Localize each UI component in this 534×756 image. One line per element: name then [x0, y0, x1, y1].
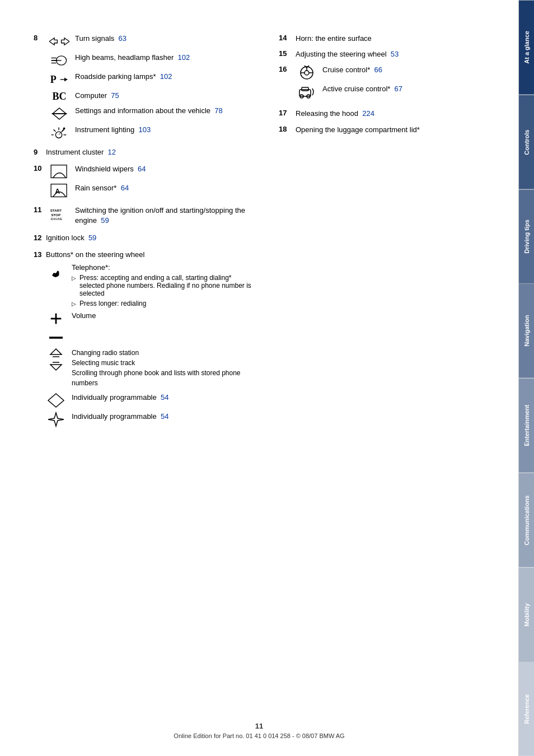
left-column: 8 Turn signals 63 — [34, 34, 256, 434]
item-18-text: Opening the luggage compartment lid* — [296, 125, 502, 135]
turn-signals-link[interactable]: 63 — [119, 34, 127, 43]
svg-text:P: P — [50, 74, 57, 85]
item-11-link[interactable]: 59 — [101, 216, 109, 225]
sidebar-item-navigation[interactable]: Navigation — [519, 283, 534, 378]
spacer-8f — [34, 125, 44, 133]
sidebar-item-communications[interactable]: Communications — [519, 473, 534, 567]
item-15-text: Adjusting the steering wheel 53 — [296, 49, 502, 59]
settings-text: Settings and information about the vehic… — [75, 106, 256, 116]
programmable-2-text: Individually programmable 54 — [72, 412, 256, 422]
spacer-8b — [34, 53, 44, 61]
sidebar-item-reference[interactable]: Reference — [519, 661, 534, 756]
item-8-group: 8 Turn signals 63 — [34, 34, 256, 141]
item-14-text: Horn: the entire surface — [296, 34, 502, 44]
svg-marker-0 — [49, 38, 57, 45]
item-13-header: 13 Buttons* on the steering wheel — [34, 250, 256, 260]
item-num-13: 13 — [34, 250, 44, 259]
wipers-icon — [48, 164, 71, 180]
sidebar-item-entertainment[interactable]: Entertainment — [519, 378, 534, 473]
item-num-9: 9 — [34, 148, 44, 156]
item-13-volume-plus: Volume — [45, 311, 256, 326]
page-footer: 11 Online Edition for Part no. 01 41 0 0… — [0, 722, 518, 739]
svg-marker-34 — [48, 413, 64, 426]
right-column: 14 Horn: the entire surface 15 Adjusting… — [279, 34, 502, 434]
item-12-link[interactable]: 59 — [88, 234, 96, 242]
lighting-icon — [48, 125, 71, 141]
item-num-18: 18 — [279, 125, 291, 133]
settings-link[interactable]: 78 — [214, 106, 222, 115]
item-9-group: 9 Instrument cluster 12 — [34, 147, 256, 157]
parking-link[interactable]: 102 — [160, 72, 172, 81]
parking-icon: P — [48, 72, 71, 87]
item-16: 16 — [279, 65, 502, 103]
star-icon — [45, 412, 67, 427]
cruise-text: Cruise control* 66 — [322, 65, 502, 75]
item-9-row: 9 Instrument cluster 12 — [34, 147, 256, 157]
item-10-group: 10 Windshield wipers 64 — [34, 164, 256, 199]
item-9-link[interactable]: 12 — [108, 148, 116, 156]
svg-text:STOP: STOP — [51, 213, 60, 217]
telephone-icon — [45, 263, 67, 279]
telephone-heading: Telephone*: — [72, 263, 256, 272]
cruise-link[interactable]: 66 — [374, 66, 382, 74]
item-10-rain: A Rain sensor* 64 — [34, 183, 256, 199]
item-17: 17 Releasing the hood 224 — [279, 109, 502, 119]
volume-minus-icon — [45, 330, 67, 346]
telephone-bullet-1: ▷ Press: accepting and ending a call, st… — [72, 274, 256, 297]
scroll-text-content: Changing radio station Selecting music t… — [72, 348, 256, 388]
item-num-12: 12 — [34, 234, 44, 242]
spacer-8d — [34, 91, 44, 99]
item-15-link[interactable]: 53 — [391, 50, 399, 58]
item-18: 18 Opening the luggage compartment lid* — [279, 125, 502, 135]
item-11-group: 11 START STOP ENGINE Switching the ignit… — [34, 206, 256, 226]
item-13-text: Buttons* on the steering wheel — [46, 250, 256, 260]
active-cruise-icon — [296, 84, 318, 100]
high-beams-link[interactable]: 102 — [178, 53, 190, 62]
sidebar-item-at-a-glance[interactable]: At a glance — [519, 0, 534, 95]
item-num-14: 14 — [279, 34, 291, 42]
item-8-lighting: Instrument lighting 103 — [34, 125, 256, 141]
svg-point-19 — [63, 128, 65, 130]
rain-sensor-text: Rain sensor* 64 — [75, 183, 256, 193]
item-13-programmable-2: Individually programmable 54 — [45, 412, 256, 427]
wipers-text: Windshield wipers 64 — [75, 164, 256, 174]
wipers-link[interactable]: 64 — [138, 165, 146, 173]
item-17-link[interactable]: 224 — [362, 109, 374, 118]
sidebar-item-controls[interactable]: Controls — [519, 95, 534, 189]
svg-marker-29 — [50, 349, 62, 354]
programmable-1-link[interactable]: 54 — [161, 393, 168, 402]
svg-line-17 — [54, 129, 56, 132]
lighting-link[interactable]: 103 — [138, 125, 151, 134]
item-13-volume-minus — [45, 330, 256, 346]
bullet-text-2: Press longer: redialing — [79, 300, 146, 307]
item-8-turn-signals: 8 Turn signals 63 — [34, 34, 256, 49]
active-cruise-link[interactable]: 67 — [395, 85, 402, 93]
computer-link[interactable]: 75 — [111, 91, 119, 100]
item-num-8: 8 — [34, 34, 44, 42]
svg-text:START: START — [50, 208, 62, 212]
start-stop-icon: START STOP ENGINE — [48, 206, 71, 221]
telephone-bullet-2: ▷ Press longer: redialing — [72, 300, 256, 307]
diamond-1-icon — [45, 393, 67, 408]
scroll-icons — [45, 348, 67, 371]
svg-text:ENGINE: ENGINE — [50, 217, 62, 221]
sidebar-item-mobility[interactable]: Mobility — [519, 567, 534, 662]
computer-text: Computer 75 — [75, 91, 256, 101]
volume-label: Volume — [72, 311, 256, 321]
spacer-8c — [34, 72, 44, 80]
rain-sensor-link[interactable]: 64 — [121, 184, 129, 192]
item-8-computer: BC Computer 75 — [34, 91, 256, 102]
programmable-1-text: Individually programmable 54 — [72, 393, 256, 403]
item-16-content: Cruise control* 66 — [296, 65, 502, 103]
settings-icon — [48, 106, 71, 122]
lighting-text: Instrument lighting 103 — [75, 125, 256, 135]
bc-label: BC — [52, 91, 66, 102]
sidebar-item-driving-tips[interactable]: Driving tips — [519, 189, 534, 284]
high-beams-icon — [48, 53, 71, 68]
computer-icon: BC — [48, 91, 71, 102]
high-beams-text: High beams, headlamp flasher 102 — [75, 53, 256, 63]
item-num-15: 15 — [279, 49, 291, 58]
programmable-2-link[interactable]: 54 — [161, 412, 168, 421]
telephone-content: Telephone*: ▷ Press: accepting and endin… — [72, 263, 256, 307]
parking-text: Roadside parking lamps* 102 — [75, 72, 256, 82]
